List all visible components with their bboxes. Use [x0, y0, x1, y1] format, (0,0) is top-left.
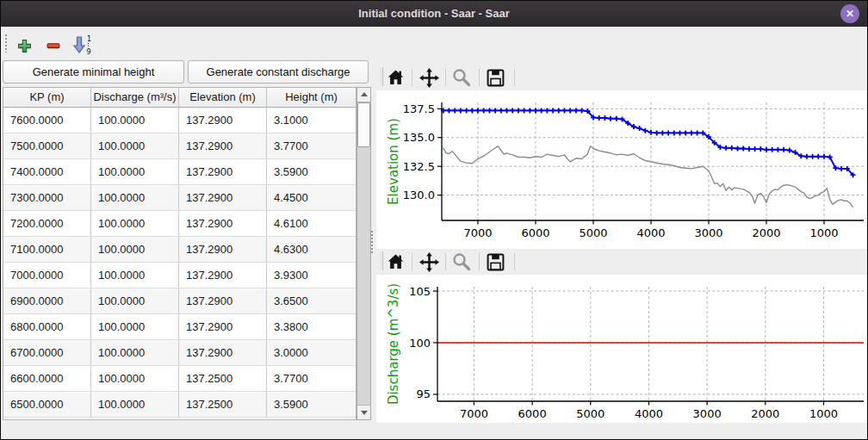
table-cell[interactable]: 3.1000	[267, 108, 356, 133]
table-cell[interactable]: 137.2900	[179, 133, 267, 159]
table-cell[interactable]: 100.0000	[91, 263, 179, 288]
table-cell[interactable]: 3.7700	[267, 366, 356, 392]
table-row: 7500.0000100.0000137.29003.7700	[3, 133, 356, 159]
scrollbar-thumb[interactable]	[357, 102, 370, 147]
generate-constant-discharge-button[interactable]: Generate constant discharge	[188, 60, 369, 84]
table-cell[interactable]: 7400.0000	[3, 159, 91, 185]
plot2-pan-button[interactable]	[417, 250, 441, 274]
table-cell[interactable]: 137.2900	[179, 263, 267, 288]
table-row: 7100.0000100.0000137.29004.6300	[3, 237, 356, 263]
tick-labels: 700060005000400030002000100010510095	[409, 285, 838, 420]
table-cell[interactable]: 3.6500	[267, 288, 356, 314]
table-cell[interactable]: 3.7700	[267, 133, 356, 159]
home-icon	[388, 254, 404, 270]
elevation-plot[interactable]: 7000600050004000300020001000137.5135.013…	[376, 90, 868, 249]
table-cell[interactable]: 100.0000	[91, 366, 179, 392]
table-cell[interactable]: 3.3800	[267, 314, 356, 340]
table-cell[interactable]: 137.2900	[179, 340, 267, 366]
toolbar-drag-handle[interactable]	[4, 34, 9, 53]
table-cell[interactable]: 100.0000	[91, 133, 179, 159]
table-cell[interactable]: 100.0000	[91, 185, 179, 211]
column-header[interactable]: Discharge (m³/s)	[91, 88, 179, 107]
plot2-save-button[interactable]	[483, 250, 507, 274]
table-cell[interactable]: 137.2500	[179, 366, 267, 392]
plot1-zoom-button[interactable]	[450, 65, 474, 90]
table-cell[interactable]: 6900.0000	[3, 288, 91, 314]
table-cell[interactable]: 7200.0000	[3, 211, 91, 237]
table-row: 7200.0000100.0000137.29004.6100	[3, 211, 356, 237]
plot1-home-button[interactable]	[383, 65, 407, 90]
column-header[interactable]: Elevation (m)	[179, 88, 267, 107]
table-row: 6600.0000100.0000137.25003.7700	[3, 366, 356, 392]
y-axis-label: Discharge (m^3/s)	[386, 283, 401, 405]
table-cell[interactable]: 137.2900	[179, 314, 267, 340]
plot2-zoom-button[interactable]	[450, 250, 474, 274]
svg-text:1000: 1000	[809, 226, 838, 239]
table-cell[interactable]: 100.0000	[91, 288, 179, 314]
table-cell[interactable]: 4.4500	[267, 185, 356, 211]
table-cell[interactable]: 6800.0000	[3, 314, 91, 340]
table-scrollbar[interactable]	[356, 87, 371, 420]
plus-icon	[17, 39, 32, 53]
title-bar[interactable]: Initial condition - Saar - Saar ✕	[1, 1, 867, 27]
series-bottom-elevation	[443, 146, 853, 208]
svg-text:7000: 7000	[463, 226, 492, 239]
toolbar-separator	[412, 253, 412, 270]
remove-row-button[interactable]	[41, 34, 65, 58]
table-cell[interactable]: 3.5900	[267, 159, 356, 185]
sort-ascending-icon: 1 9	[72, 35, 93, 55]
table-cell[interactable]: 7100.0000	[3, 237, 91, 263]
plot2-home-button[interactable]	[383, 250, 407, 274]
sort-rows-button[interactable]: 1 9	[71, 33, 95, 57]
table-cell[interactable]: 100.0000	[91, 108, 179, 133]
table-cell[interactable]: 100.0000	[91, 314, 179, 340]
table-cell[interactable]: 4.6300	[267, 237, 356, 263]
close-button[interactable]: ✕	[840, 4, 859, 23]
plot1-save-button[interactable]	[483, 65, 507, 90]
table-cell[interactable]: 137.2900	[179, 288, 267, 314]
table-cell[interactable]: 3.9300	[267, 263, 356, 288]
table-cell[interactable]: 3.0000	[267, 340, 356, 366]
table-cell[interactable]: 137.2900	[179, 108, 267, 133]
scrollbar-up-button[interactable]	[357, 88, 370, 102]
table-row: 6900.0000100.0000137.29003.6500	[3, 288, 356, 314]
svg-text:4000: 4000	[635, 407, 663, 420]
table-row: 6500.0000100.0000137.25003.5900	[3, 392, 356, 418]
table-cell[interactable]: 7600.0000	[3, 108, 91, 133]
table-cell[interactable]: 137.2900	[179, 159, 267, 185]
elevation-figure: 7000600050004000300020001000137.5135.013…	[376, 90, 868, 249]
scrollbar-down-button[interactable]	[357, 405, 370, 419]
table-cell[interactable]: 137.2500	[179, 392, 267, 418]
table-cell[interactable]: 7000.0000	[3, 263, 91, 288]
svg-text:7000: 7000	[460, 407, 488, 420]
series-water-level	[443, 110, 853, 175]
table-cell[interactable]: 100.0000	[91, 159, 179, 185]
table-cell[interactable]: 100.0000	[91, 211, 179, 237]
table-cell[interactable]: 100.0000	[91, 237, 179, 263]
svg-text:5000: 5000	[579, 226, 607, 239]
table-cell[interactable]: 137.2900	[179, 185, 267, 211]
generate-minimal-height-button[interactable]: Generate minimal height	[3, 60, 184, 84]
table-cell[interactable]: 7500.0000	[3, 133, 91, 159]
column-header[interactable]: Height (m)	[267, 88, 356, 107]
table-cell[interactable]: 137.2900	[179, 237, 267, 263]
add-row-button[interactable]	[12, 34, 36, 58]
table-cell[interactable]: 7300.0000	[3, 185, 91, 211]
discharge-plot[interactable]: 700060005000400030002000100010510095Disc…	[376, 275, 868, 423]
table-cell[interactable]: 6600.0000	[3, 366, 91, 392]
table-cell[interactable]: 137.2900	[179, 211, 267, 237]
initial-condition-window: Initial condition - Saar - Saar ✕ 1 9 Ge…	[0, 0, 868, 440]
table-cell[interactable]: 4.6100	[267, 211, 356, 237]
save-icon	[487, 253, 505, 271]
gridlines	[442, 102, 864, 220]
svg-text:1000: 1000	[809, 407, 838, 420]
table-cell[interactable]: 6700.0000	[3, 340, 91, 366]
plot1-pan-button[interactable]	[417, 65, 441, 90]
down-arrow-icon	[361, 411, 368, 415]
column-header[interactable]: KP (m)	[3, 88, 91, 107]
table-cell[interactable]: 3.5900	[267, 392, 356, 418]
table-cell[interactable]: 6500.0000	[3, 392, 91, 418]
splitter-handle[interactable]	[370, 230, 375, 254]
table-cell[interactable]: 100.0000	[91, 340, 179, 366]
table-cell[interactable]: 100.0000	[91, 392, 179, 418]
